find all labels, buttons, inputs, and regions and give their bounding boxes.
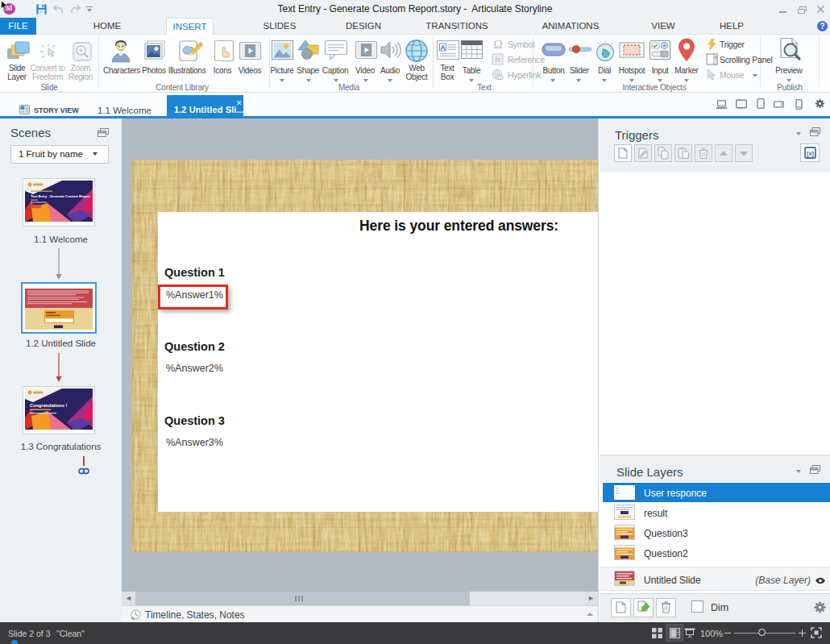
svg-text:fx: fx [495,56,501,64]
svg-text:[x]: [x] [807,150,815,157]
svg-text:Ω: Ω [493,38,502,50]
svg-text:Text Entry - Generate Custom R: Text Entry - Generate Custom Report [31,194,90,198]
svg-text:Congratulations !: Congratulations ! [30,403,67,408]
svg-text:A: A [440,44,446,52]
